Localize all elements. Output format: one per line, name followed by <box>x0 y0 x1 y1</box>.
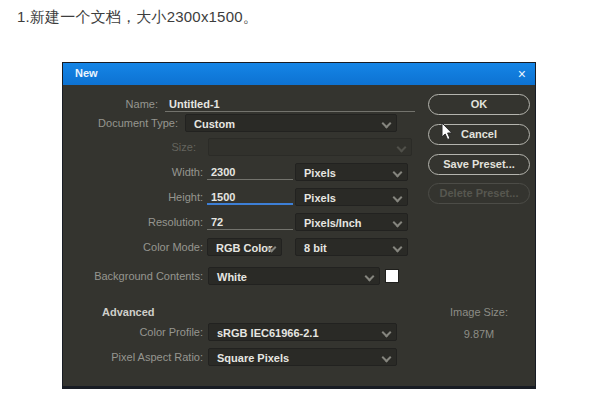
width-input-underline <box>207 179 293 180</box>
width-unit-select[interactable]: Pixels <box>295 163 408 181</box>
bit-depth-select[interactable]: 8 bit <box>295 238 408 256</box>
background-contents-select[interactable]: White <box>208 267 380 285</box>
background-color-swatch[interactable] <box>385 269 399 283</box>
height-label: Height: <box>73 191 203 203</box>
name-input[interactable]: Untitled-1 <box>169 98 220 110</box>
width-label: Width: <box>73 166 203 178</box>
ok-button[interactable]: OK <box>428 94 530 115</box>
chevron-down-icon <box>365 272 375 282</box>
image-size-label: Image Size: <box>428 306 530 318</box>
color-profile-select[interactable]: sRGB IEC61966-2.1 <box>208 323 397 341</box>
pixel-aspect-ratio-label: Pixel Aspect Ratio: <box>73 351 203 363</box>
resolution-label: Resolution: <box>73 216 203 228</box>
document-type-select[interactable]: Custom <box>185 114 397 132</box>
background-contents-label: Background Contents: <box>73 270 203 282</box>
height-input-underline-focused <box>207 203 293 205</box>
name-input-underline <box>165 111 415 112</box>
chevron-down-icon <box>393 168 403 178</box>
chevron-down-icon <box>393 218 403 228</box>
save-preset-button[interactable]: Save Preset... <box>428 154 530 175</box>
close-icon[interactable]: × <box>518 65 526 83</box>
color-mode-select[interactable]: RGB Color <box>207 238 282 256</box>
chevron-down-icon <box>397 143 407 153</box>
chevron-down-icon <box>393 243 403 253</box>
image-size-value: 9.87M <box>428 328 530 340</box>
height-unit-select[interactable]: Pixels <box>295 188 408 206</box>
dialog-titlebar: New × <box>63 63 535 85</box>
mouse-cursor-icon <box>441 122 454 141</box>
resolution-input-underline <box>207 229 293 230</box>
color-profile-label: Color Profile: <box>73 326 203 338</box>
new-document-dialog: New × Name: Untitled-1 Document Type: Cu… <box>62 62 536 389</box>
chevron-down-icon <box>382 328 392 338</box>
chevron-down-icon <box>382 353 392 363</box>
dialog-title: New <box>75 67 98 79</box>
chevron-down-icon <box>382 119 392 129</box>
color-mode-label: Color Mode: <box>73 241 203 253</box>
size-select <box>208 138 412 156</box>
width-input[interactable]: 2300 <box>211 166 235 178</box>
delete-preset-button: Delete Preset... <box>428 183 530 204</box>
resolution-input[interactable]: 72 <box>211 216 223 228</box>
resolution-unit-select[interactable]: Pixels/Inch <box>295 213 408 231</box>
size-label: Size: <box>116 141 196 153</box>
chevron-down-icon <box>393 193 403 203</box>
pixel-aspect-ratio-select[interactable]: Square Pixels <box>208 348 397 366</box>
advanced-section-label: Advanced <box>102 306 155 318</box>
screenshot-root: 1.新建一个文档，大小2300x1500。 New × Name: Untitl… <box>0 0 600 407</box>
name-label: Name: <box>78 98 158 110</box>
page-heading: 1.新建一个文档，大小2300x1500。 <box>17 8 258 27</box>
height-input[interactable]: 1500 <box>211 191 235 203</box>
document-type-label: Document Type: <box>73 117 178 129</box>
